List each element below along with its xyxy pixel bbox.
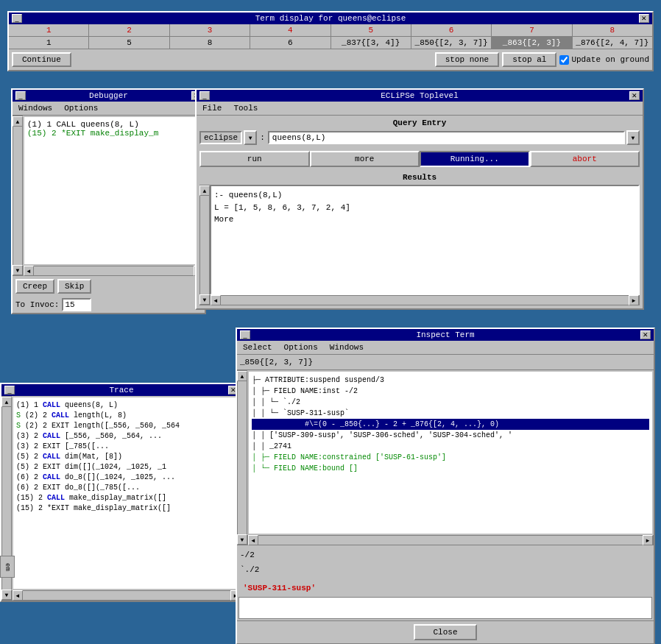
debugger-menu-windows[interactable]: Windows [15, 103, 55, 113]
trace-title: Trace [15, 386, 228, 394]
trace-scrollbar-h[interactable]: ◄ ► [12, 590, 241, 601]
module-select[interactable]: eclipse [199, 131, 242, 144]
results-scroll-left[interactable]: ◄ [211, 295, 221, 305]
inspect-close-btn[interactable]: ✕ [640, 330, 651, 339]
term-display-minimize[interactable]: _ [12, 14, 22, 23]
eclipse-titlebar: _ ECLiPSe Toplevel ✕ [197, 90, 643, 102]
colon-separator: : [258, 133, 266, 142]
col-header-6: 6 [411, 24, 492, 36]
debugger-scroll-area: ▲ ▼ (1) 1 CALL queens(8, L) (15) 2 *EXIT… [13, 116, 205, 276]
run-button[interactable]: run [199, 151, 310, 167]
tree-line-8: │ ├─ FIELD NAME:constrained ['SUSP-61-su… [252, 452, 649, 463]
scroll-left-arrow[interactable]: ◄ [24, 266, 34, 276]
query-dropdown-btn[interactable]: ▼ [626, 130, 640, 145]
trace-scroll-area: ▲ ▼ (1) 1 CALL queens(8, L) S (2) 2 CALL… [1, 396, 241, 601]
abort-button[interactable]: abort [530, 151, 640, 167]
inspect-path: _850{[2, 3, 7]} [237, 355, 654, 370]
col-header-3: 3 [170, 24, 250, 36]
invoc-label: To Invoc: [15, 300, 59, 309]
trace-scroll-up[interactable]: ▲ [1, 397, 12, 407]
more-button[interactable]: more [310, 151, 420, 167]
inspect-scroll-left[interactable]: ◄ [248, 535, 258, 545]
val-cell-5: _837{[3, 4]} [331, 37, 411, 49]
running-button[interactable]: Running... [420, 151, 530, 167]
scroll-up-arrow[interactable]: ▲ [13, 116, 23, 127]
inspect-scroll-down[interactable]: ▼ [237, 534, 247, 545]
inspect-scrollbar-v[interactable]: ▲ ▼ [237, 370, 247, 545]
creep-button[interactable]: Creep [15, 279, 54, 294]
eclipse-toplevel-window: _ ECLiPSe Toplevel ✕ File Tools Query En… [195, 88, 644, 310]
inspect-scrollbar-h[interactable]: ◄ ► [247, 535, 654, 545]
trace-line-6: (5) 2 CALL dim(Mat, [8]) [16, 452, 237, 462]
results-scroll-down[interactable]: ▼ [199, 294, 210, 305]
results-main: :- queens(8,L) L = [1, 5, 8, 6, 3, 7, 2,… [210, 185, 640, 305]
inspect-scroll-area: ▲ ▼ ├─ ATTRIBUTE:suspend suspend/3 │ ├─ … [237, 370, 654, 545]
results-scroll-right[interactable]: ► [629, 295, 639, 305]
module-dropdown-btn[interactable]: ▼ [244, 130, 257, 145]
results-label: Results [199, 173, 640, 182]
stop-all-button[interactable]: stop al [502, 52, 556, 67]
debugger-scrollbar-v[interactable]: ▲ ▼ [13, 116, 23, 276]
inspect-main: ├─ ATTRIBUTE:suspend suspend/3 │ ├─ FIEL… [247, 370, 654, 545]
trace-minimize[interactable]: _ [4, 386, 15, 394]
debugger-scrollbar-h[interactable]: ◄ ► [23, 266, 205, 276]
eclipse-menu-file[interactable]: File [199, 103, 225, 113]
inspect-close-button[interactable]: Close [414, 624, 476, 640]
query-section: Query Entry eclipse ▼ : ▼ [197, 116, 643, 148]
tree-line-1: ├─ ATTRIBUTE:suspend suspend/3 [252, 375, 649, 386]
val-cell-4: 6 [250, 37, 330, 49]
inspect-nav-line2: `./2 [240, 563, 651, 578]
inspect-bottom-bar: Close [237, 620, 654, 643]
inspect-scroll-right[interactable]: ► [643, 535, 653, 545]
skip-button[interactable]: Skip [57, 279, 91, 294]
val-cell-7: _863{[2, 3]} [492, 37, 572, 49]
val-cell-1: 1 [9, 37, 89, 49]
results-scroll-up[interactable]: ▲ [199, 185, 210, 196]
inspect-menu-windows[interactable]: Windows [327, 342, 367, 353]
eclipse-title: ECLiPSe Toplevel [210, 91, 629, 100]
tree-line-2: │ ├─ FIELD NAME:inst -/2 [252, 386, 649, 397]
debugger-menubar: Windows Options [13, 102, 205, 116]
update-on-ground-checkbox[interactable] [559, 55, 569, 65]
debugger-menu-options[interactable]: Options [61, 103, 101, 113]
trace-line-4: (3) 2 CALL [_556, _560, _564, ... [16, 431, 237, 442]
inspect-nav-line1: -/2 [240, 548, 651, 563]
query-entry-label: Query Entry [199, 118, 640, 127]
trace-line-3: S (2) 2 EXIT length([_556, _560, _564 [16, 421, 237, 431]
debugger-window: _ Debugger ✕ Windows Options ▲ ▼ (1) 1 C… [11, 88, 206, 314]
results-scrollbar-v[interactable]: ▲ ▼ [199, 185, 210, 305]
results-scrollbar-h[interactable]: ◄ ► [210, 295, 640, 305]
term-display-close[interactable]: ✕ [639, 14, 649, 23]
continue-button[interactable]: Continue [12, 52, 71, 67]
tree-line-7: │ │ _2741 [252, 441, 649, 452]
eclipse-close[interactable]: ✕ [629, 91, 640, 100]
invoc-input[interactable] [62, 298, 91, 311]
results-section: Results ▲ ▼ :- queens(8,L) L = [1, 5, 8,… [197, 170, 643, 308]
stop-none-button[interactable]: stop none [435, 52, 499, 67]
inspect-susp: 'SUSP-311-susp' [237, 581, 654, 595]
debugger-main: (1) 1 CALL queens(8, L) (15) 2 *EXIT mak… [23, 116, 205, 276]
result-line-2: L = [1, 5, 8, 6, 3, 7, 2, 4] [214, 202, 635, 214]
inspect-menu-select[interactable]: Select [240, 342, 275, 353]
invoc-row: To Invoc: [13, 297, 205, 313]
inspect-scroll-up[interactable]: ▲ [237, 371, 247, 381]
trace-main: (1) 1 CALL queens(8, L) S (2) 2 CALL len… [12, 396, 241, 601]
eclipse-minimize[interactable]: _ [199, 91, 210, 100]
eclipse-menu-tools[interactable]: Tools [230, 103, 261, 113]
inspect-minimize[interactable]: _ [240, 330, 250, 339]
trace-scroll-down[interactable]: ▼ [1, 590, 12, 600]
inspect-title: Inspect Term [250, 330, 640, 339]
trace-line-5: (3) 2 EXIT [_785([... [16, 442, 237, 452]
inspect-menu-options[interactable]: Options [281, 342, 321, 353]
tree-line-3: │ │ └─ `./2 [252, 397, 649, 408]
tree-line-4: │ │ └─ `SUSP-311-susp` [252, 408, 649, 419]
debugger-minimize[interactable]: _ [15, 91, 26, 100]
val-cell-6: _850{[2, 3, 7]} [411, 37, 492, 49]
inspect-tree: ├─ ATTRIBUTE:suspend suspend/3 │ ├─ FIEL… [249, 372, 652, 534]
trace-scroll-left[interactable]: ◄ [13, 590, 23, 601]
scroll-down-arrow[interactable]: ▼ [13, 265, 23, 275]
val-cell-2: 5 [89, 37, 169, 49]
update-on-ground-text: Update on ground [571, 55, 649, 64]
term-display-title: Term display for queens@eclipse [22, 14, 639, 23]
query-input[interactable] [268, 131, 625, 144]
